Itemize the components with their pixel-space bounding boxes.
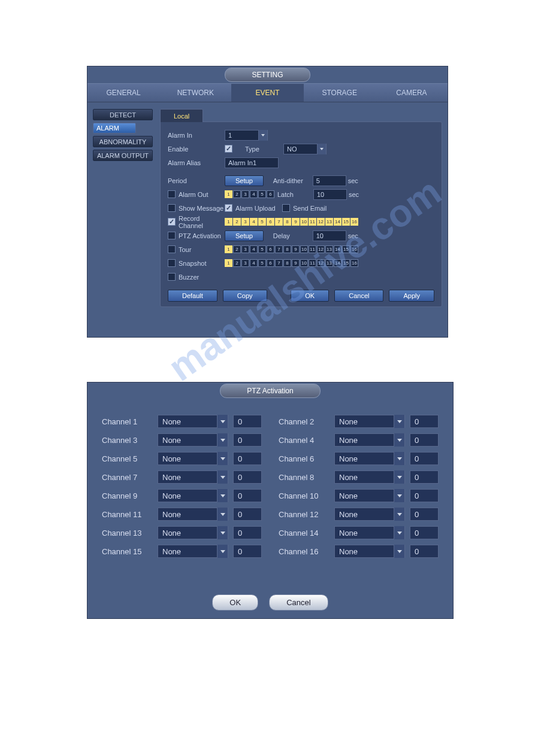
channel-1[interactable]: 1 [225,218,232,226]
channel-preset-input[interactable]: 0 [410,433,439,447]
select-alarm-in[interactable]: 1 [225,130,268,141]
checkbox-send-email[interactable] [282,204,290,212]
button-cancel[interactable]: Cancel [269,594,328,611]
sidebar-alarm-output[interactable]: ALARM OUTPUT [93,150,153,161]
channel-2[interactable]: 2 [233,259,241,267]
channel-9[interactable]: 9 [292,218,300,226]
channel-15[interactable]: 15 [342,218,350,226]
channel-action-select[interactable]: None [158,470,228,484]
channel-16[interactable]: 16 [350,259,358,267]
button-ptz-setup[interactable]: Setup [225,230,264,241]
channel-preset-input[interactable]: 0 [233,545,262,558]
channel-6[interactable]: 6 [267,245,274,253]
main-tab-event[interactable]: EVENT [231,84,303,102]
select-type[interactable]: NO [283,144,327,154]
channel-5[interactable]: 5 [258,245,266,253]
channel-15[interactable]: 15 [342,245,350,253]
channel-preset-input[interactable]: 0 [410,508,439,521]
checkbox-ptz[interactable] [168,232,176,239]
channel-12[interactable]: 12 [317,259,325,267]
channel-10[interactable]: 10 [300,259,308,267]
channel-preset-input[interactable]: 0 [233,508,262,521]
channel-7[interactable]: 7 [275,218,283,226]
button-period-setup[interactable]: Setup [225,175,264,186]
button-default[interactable]: Default [168,290,217,302]
channel-action-select[interactable]: None [158,489,228,502]
channel-3[interactable]: 3 [241,218,249,226]
channel-16[interactable]: 16 [350,245,358,253]
channel-group-tour[interactable]: 12345678910111213141516 [225,245,358,253]
channel-action-select[interactable]: None [334,489,405,502]
checkbox-buzzer[interactable] [168,273,176,281]
channel-preset-input[interactable]: 0 [410,470,439,484]
channel-11[interactable]: 11 [309,259,316,267]
channel-13[interactable]: 13 [325,259,333,267]
channel-4[interactable]: 4 [250,218,258,226]
main-tab-camera[interactable]: CAMERA [376,84,448,102]
input-delay[interactable]: 10 [313,230,346,241]
channel-2[interactable]: 2 [233,190,241,198]
channel-action-select[interactable]: None [334,508,405,521]
input-alias[interactable]: Alarm In1 [225,157,279,168]
channel-5[interactable]: 5 [258,259,266,267]
channel-6[interactable]: 6 [267,218,274,226]
checkbox-enable[interactable] [225,145,232,153]
channel-10[interactable]: 10 [300,218,308,226]
channel-12[interactable]: 12 [317,245,325,253]
channel-16[interactable]: 16 [350,218,358,226]
channel-preset-input[interactable]: 0 [410,452,439,465]
channel-action-select[interactable]: None [158,545,228,558]
channel-1[interactable]: 1 [225,259,232,267]
main-tab-general[interactable]: GENERAL [87,84,159,102]
checkbox-alarm-upload[interactable] [225,204,232,212]
input-anti-dither[interactable]: 5 [313,175,346,186]
channel-action-select[interactable]: None [158,526,228,539]
channel-action-select[interactable]: None [334,526,405,539]
channel-14[interactable]: 14 [334,245,341,253]
channel-action-select[interactable]: None [158,433,228,447]
channel-action-select[interactable]: None [334,470,405,484]
button-apply[interactable]: Apply [389,290,434,302]
channel-preset-input[interactable]: 0 [410,415,439,428]
channel-preset-input[interactable]: 0 [233,433,262,447]
channel-group-snapshot[interactable]: 12345678910111213141516 [225,259,358,267]
channel-8[interactable]: 8 [283,218,291,226]
channel-11[interactable]: 11 [309,218,316,226]
subtab-local[interactable]: Local [160,109,203,122]
channel-preset-input[interactable]: 0 [410,489,439,502]
channel-4[interactable]: 4 [250,190,258,198]
channel-5[interactable]: 5 [258,218,266,226]
checkbox-record-channel[interactable] [168,218,176,226]
channel-11[interactable]: 11 [309,245,316,253]
channel-3[interactable]: 3 [241,190,249,198]
channel-2[interactable]: 2 [233,218,241,226]
button-cancel[interactable]: Cancel [334,290,383,302]
checkbox-show-message[interactable] [168,204,176,212]
channel-5[interactable]: 5 [258,190,266,198]
channel-1[interactable]: 1 [225,245,232,253]
channel-action-select[interactable]: None [334,415,405,428]
channel-action-select[interactable]: None [158,452,228,465]
channel-8[interactable]: 8 [283,259,291,267]
channel-4[interactable]: 4 [250,245,258,253]
input-latch[interactable]: 10 [313,189,347,200]
checkbox-alarm-out[interactable] [168,190,176,198]
button-ok[interactable]: OK [291,290,329,302]
channel-3[interactable]: 3 [241,259,249,267]
channel-8[interactable]: 8 [283,245,291,253]
button-ok[interactable]: OK [212,594,258,611]
channel-6[interactable]: 6 [267,259,274,267]
channel-action-select[interactable]: None [334,433,405,447]
checkbox-snapshot[interactable] [168,259,176,267]
channel-preset-input[interactable]: 0 [410,545,439,558]
channel-7[interactable]: 7 [275,245,283,253]
channel-13[interactable]: 13 [325,218,333,226]
sidebar-alarm[interactable]: ALARM [93,123,136,133]
main-tab-network[interactable]: NETWORK [159,84,231,102]
channel-group-alarm-out[interactable]: 123456 [225,190,274,198]
channel-6[interactable]: 6 [267,190,274,198]
button-copy[interactable]: Copy [223,290,267,302]
channel-preset-input[interactable]: 0 [233,415,262,428]
channel-action-select[interactable]: None [334,452,405,465]
channel-10[interactable]: 10 [300,245,308,253]
